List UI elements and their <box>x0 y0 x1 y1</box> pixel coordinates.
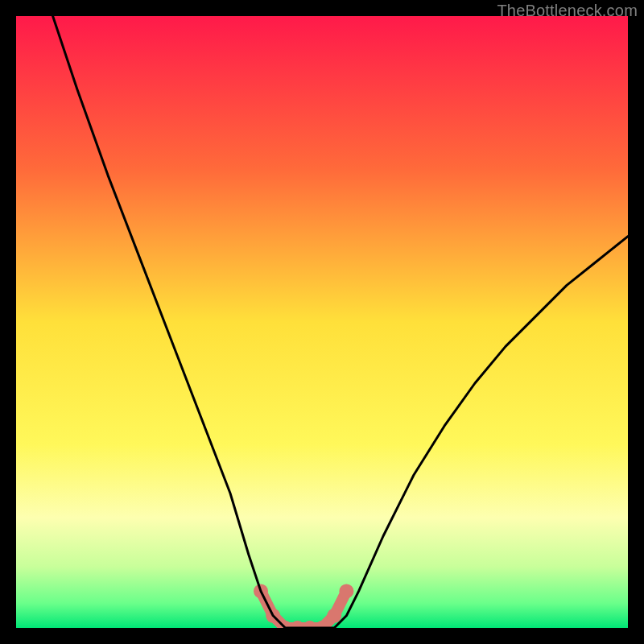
bottleneck-chart <box>16 16 628 628</box>
marker-dot <box>327 609 341 623</box>
attribution-text: TheBottleneck.com <box>497 2 638 20</box>
plot-area <box>16 16 628 628</box>
marker-dot <box>339 584 353 598</box>
chart-frame: TheBottleneck.com <box>0 0 644 644</box>
gradient-background <box>16 16 628 628</box>
